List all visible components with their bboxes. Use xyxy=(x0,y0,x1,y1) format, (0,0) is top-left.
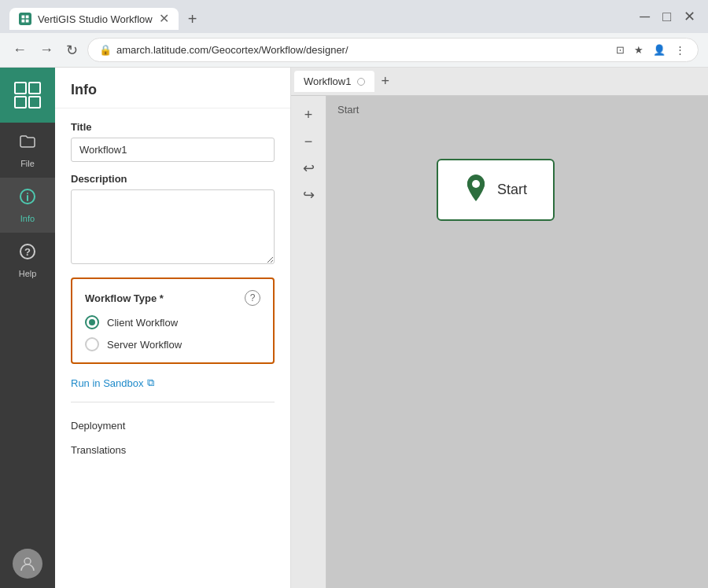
sidebar-item-help[interactable]: ? Help xyxy=(0,233,55,288)
canvas-tabs: Workflow1 + xyxy=(291,68,708,96)
url-bar[interactable]: 🔒 amarch.latitude.com/Geocortex/Workflow… xyxy=(87,38,699,62)
app-logo xyxy=(0,68,55,123)
svg-rect-0 xyxy=(22,16,25,19)
url-text: amarch.latitude.com/Geocortex/Workflow/d… xyxy=(116,44,610,56)
workflow-type-label: Workflow Type * xyxy=(85,292,164,304)
sidebar-item-file[interactable]: File xyxy=(0,123,55,178)
menu-icon[interactable]: ⋮ xyxy=(673,42,687,57)
redo-button[interactable]: ↪ xyxy=(296,182,321,208)
canvas-tab-label: Workflow1 xyxy=(304,75,351,87)
workflow-type-box: Workflow Type * ? Client Workflow Server… xyxy=(71,277,275,364)
help-icon: ? xyxy=(18,242,37,266)
bookmark-icon[interactable]: ★ xyxy=(632,42,645,57)
refresh-button[interactable]: ↻ xyxy=(63,39,81,62)
tab-close-button[interactable]: ✕ xyxy=(159,13,169,25)
title-input[interactable] xyxy=(71,138,275,162)
client-workflow-option[interactable]: Client Workflow xyxy=(85,315,260,329)
info-panel-header: Info xyxy=(55,68,290,108)
sidebar-help-label: Help xyxy=(19,269,37,278)
zoom-in-button[interactable]: + xyxy=(296,102,321,127)
zoom-out-button[interactable]: − xyxy=(296,129,321,154)
translations-link[interactable]: Translations xyxy=(71,438,275,462)
tab-title: VertiGIS Studio Workflow xyxy=(38,13,153,25)
avatar[interactable] xyxy=(13,549,42,579)
start-node-label: Start xyxy=(497,182,527,198)
canvas-main: + − ↩ ↪ Start Start xyxy=(291,96,708,588)
svg-rect-2 xyxy=(22,20,25,23)
svg-rect-4 xyxy=(15,83,26,94)
server-workflow-radio[interactable] xyxy=(85,337,99,351)
svg-text:?: ? xyxy=(24,246,31,258)
forward-button[interactable]: → xyxy=(36,39,57,61)
maximize-button[interactable]: □ xyxy=(659,5,674,28)
client-workflow-radio[interactable] xyxy=(85,315,99,329)
icon-sidebar: File Info ? xyxy=(0,68,55,588)
cast-icon[interactable]: ⊡ xyxy=(614,42,626,57)
title-label: Title xyxy=(71,121,275,133)
minimize-button[interactable]: ─ xyxy=(636,5,653,28)
svg-rect-5 xyxy=(29,83,40,94)
back-button[interactable]: ← xyxy=(9,39,30,61)
svg-point-13 xyxy=(24,558,31,564)
info-panel: Info Title Description Workflow Type * ? xyxy=(55,68,291,588)
sidebar-file-label: File xyxy=(20,159,35,168)
deployment-link[interactable]: Deployment xyxy=(71,413,275,438)
undo-button[interactable]: ↩ xyxy=(296,156,321,181)
sandbox-link-text: Run in Sandbox xyxy=(71,377,144,389)
app-container: File Info ? xyxy=(0,68,708,588)
canvas-toolbar: + − ↩ ↪ xyxy=(291,96,326,588)
start-node[interactable]: Start xyxy=(437,159,555,221)
external-link-icon: ⧉ xyxy=(147,377,154,389)
svg-rect-6 xyxy=(15,97,26,108)
start-pin-icon xyxy=(464,173,488,207)
title-field-group: Title xyxy=(71,121,275,162)
address-bar: ← → ↻ 🔒 amarch.latitude.com/Geocortex/Wo… xyxy=(0,33,708,67)
canvas-content[interactable]: Start Start xyxy=(326,96,708,588)
info-icon xyxy=(18,187,37,211)
canvas-tab-status-dot xyxy=(357,78,365,86)
close-window-button[interactable]: ✕ xyxy=(680,5,699,28)
browser-chrome: VertiGIS Studio Workflow ✕ + ─ □ ✕ ← → ↻… xyxy=(0,0,708,68)
sidebar-info-label: Info xyxy=(20,214,35,223)
svg-point-10 xyxy=(27,193,28,194)
folder-icon xyxy=(18,132,37,156)
sidebar-item-info[interactable]: Info xyxy=(0,178,55,233)
client-workflow-label: Client Workflow xyxy=(107,317,178,329)
canvas-area: Workflow1 + + − ↩ ↪ Start xyxy=(291,68,708,588)
sandbox-link[interactable]: Run in Sandbox ⧉ xyxy=(71,377,275,389)
svg-rect-1 xyxy=(26,16,29,19)
info-panel-body: Title Description Workflow Type * ? Clie… xyxy=(55,108,290,475)
account-icon[interactable]: 👤 xyxy=(651,42,667,57)
breadcrumb: Start xyxy=(337,104,359,116)
description-field-group: Description xyxy=(71,173,275,266)
svg-rect-3 xyxy=(26,20,29,23)
description-textarea[interactable] xyxy=(71,189,275,264)
tab-favicon xyxy=(19,13,31,25)
server-workflow-option[interactable]: Server Workflow xyxy=(85,337,260,351)
description-label: Description xyxy=(71,173,275,185)
divider xyxy=(71,402,275,402)
workflow-type-header: Workflow Type * ? xyxy=(85,290,260,306)
sidebar-nav: File Info ? xyxy=(0,123,55,539)
server-workflow-label: Server Workflow xyxy=(107,339,182,351)
workflow-type-help-icon[interactable]: ? xyxy=(245,290,260,306)
new-tab-button[interactable]: + xyxy=(182,7,204,31)
svg-point-15 xyxy=(472,180,480,188)
canvas-add-tab-button[interactable]: + xyxy=(374,70,396,93)
sidebar-bottom xyxy=(13,539,42,588)
browser-tab[interactable]: VertiGIS Studio Workflow ✕ xyxy=(9,8,179,30)
svg-rect-7 xyxy=(29,97,40,108)
canvas-tab-workflow1[interactable]: Workflow1 xyxy=(294,71,374,92)
